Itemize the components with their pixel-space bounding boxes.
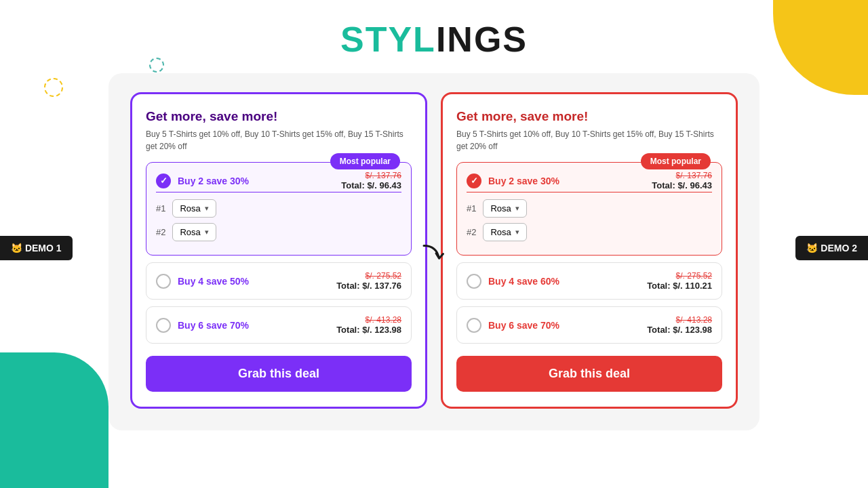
radio-right-2 [467, 274, 481, 289]
option-left-2[interactable]: Buy 4 save 50% $/. 275.52 Total: $/. 137… [146, 262, 412, 300]
radio-right-3 [467, 318, 481, 333]
dropdown-row-left-1: #1 Rosa ▾ [156, 199, 401, 218]
option-left-3-price: $/. 413.28 Total: $/. 123.98 [336, 315, 401, 335]
option-left-2-label: Buy 4 save 50% [178, 276, 249, 287]
option-left-3[interactable]: Buy 6 save 70% $/. 413.28 Total: $/. 123… [146, 306, 412, 344]
radio-left-3 [156, 318, 171, 333]
option-right-2-price: $/. 275.52 Total: $/. 110.21 [647, 271, 712, 291]
option-left-1[interactable]: Most popular ✓ Buy 2 save 30% $/. 137.76… [146, 162, 412, 256]
dropdown-row-right-1: #1 Rosa ▾ [467, 199, 712, 218]
option-right-2[interactable]: Buy 4 save 60% $/. 275.52 Total: $/. 110… [456, 262, 722, 300]
option-right-1[interactable]: Most popular ✓ Buy 2 save 30% $/. 137.76… [456, 162, 722, 256]
dropdown-select-right-1[interactable]: Rosa ▾ [483, 199, 526, 218]
dropdown-row-left-2: #2 Rosa ▾ [156, 223, 401, 241]
dropdown-select-right-2[interactable]: Rosa ▾ [483, 223, 526, 241]
chevron-down-icon: ▾ [205, 204, 209, 213]
demo-label-right: 🐱 DEMO 2 [795, 236, 868, 260]
dropdown-num-r2: #2 [467, 227, 476, 237]
chevron-down-icon-r1: ▾ [515, 204, 519, 213]
check-icon: ✓ [160, 176, 167, 186]
dropdown-select-left-2[interactable]: Rosa ▾ [172, 223, 216, 241]
radio-right-1: ✓ [467, 174, 481, 188]
option-left-2-price: $/. 275.52 Total: $/. 137.76 [336, 271, 401, 291]
cards-container: Get more, save more! Buy 5 T-Shirts get … [108, 73, 760, 430]
option-left-3-label: Buy 6 save 70% [178, 320, 249, 331]
option-left-1-label: Buy 2 save 30% [178, 176, 249, 186]
option-left-1-price: $/. 137.76 Total: $/. 96.43 [341, 171, 401, 190]
grab-deal-button-left[interactable]: Grab this deal [146, 356, 412, 392]
option-divider-left [156, 192, 401, 192]
radio-left-2 [156, 274, 171, 289]
option-right-3-label: Buy 6 save 70% [488, 320, 559, 331]
chevron-down-icon-2: ▾ [205, 228, 209, 237]
option-right-2-label: Buy 4 save 60% [488, 276, 559, 287]
badge-right: Most popular [641, 153, 711, 169]
option-right-1-label: Buy 2 save 30% [488, 176, 559, 186]
card-right-subtitle: Buy 5 T-Shirts get 10% off, Buy 10 T-Shi… [456, 128, 722, 152]
demo-label-left: 🐱 DEMO 1 [0, 236, 73, 260]
badge-left: Most popular [330, 153, 400, 169]
logo-lings: INGS [436, 20, 528, 59]
card-right-title: Get more, save more! [456, 109, 722, 124]
option-divider-right [467, 192, 712, 192]
card-left-subtitle: Buy 5 T-Shirts get 10% off, Buy 10 T-Shi… [146, 128, 412, 152]
arrow-divider [414, 230, 454, 274]
logo: STYLINGS [0, 19, 868, 60]
grab-deal-button-right[interactable]: Grab this deal [456, 356, 722, 392]
dropdown-num-r1: #1 [467, 203, 476, 214]
dropdown-select-left-1[interactable]: Rosa ▾ [172, 199, 216, 218]
main-wrapper: Get more, save more! Buy 5 T-Shirts get … [0, 73, 868, 430]
card-right: Get more, save more! Buy 5 T-Shirts get … [441, 92, 738, 409]
deco-circle-teal [149, 58, 164, 73]
page-header: STYLINGS [0, 0, 868, 73]
check-icon-r: ✓ [471, 176, 478, 186]
dropdown-num-1: #1 [156, 203, 165, 214]
option-right-3[interactable]: Buy 6 save 70% $/. 413.28 Total: $/. 123… [456, 306, 722, 344]
radio-left-1: ✓ [156, 174, 171, 188]
card-left: Get more, save more! Buy 5 T-Shirts get … [130, 92, 427, 409]
dropdown-row-right-2: #2 Rosa ▾ [467, 223, 712, 241]
card-left-title: Get more, save more! [146, 109, 412, 124]
chevron-down-icon-r2: ▾ [515, 228, 519, 237]
option-right-3-price: $/. 413.28 Total: $/. 123.98 [647, 315, 712, 335]
logo-sty: STYL [340, 20, 436, 59]
option-right-1-price: $/. 137.76 Total: $/. 96.43 [652, 171, 712, 190]
dropdown-num-2: #2 [156, 227, 165, 237]
